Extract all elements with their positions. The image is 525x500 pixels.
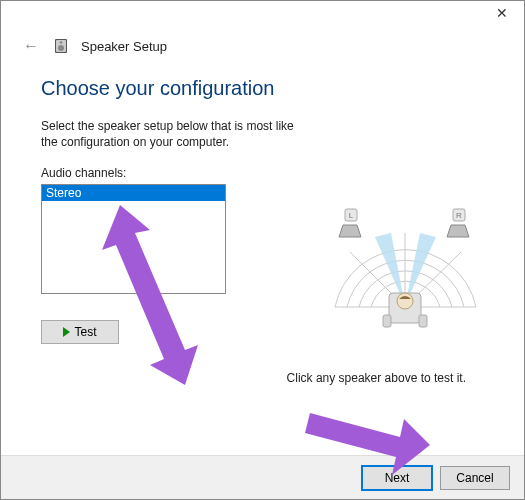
header-row: ← Speaker Setup [1, 29, 524, 67]
window-title: Speaker Setup [81, 39, 167, 54]
audio-channels-listbox[interactable]: Stereo [41, 184, 226, 294]
speaker-setup-window: ✕ ← Speaker Setup Choose your configurat… [0, 0, 525, 500]
speaker-icon [53, 37, 71, 55]
left-speaker-label: L [349, 211, 354, 220]
next-button[interactable]: Next [362, 466, 432, 490]
page-heading: Choose your configuration [41, 77, 484, 100]
right-speaker-label: R [456, 211, 462, 220]
audio-channels-label: Audio channels: [41, 166, 484, 180]
back-arrow-icon[interactable]: ← [19, 35, 43, 57]
svg-point-3 [60, 41, 63, 44]
svg-rect-18 [419, 315, 427, 327]
svg-point-2 [58, 45, 64, 51]
content-area: Choose your configuration Select the spe… [1, 67, 524, 455]
play-icon [63, 327, 70, 337]
cancel-button[interactable]: Cancel [440, 466, 510, 490]
footer-bar: Next Cancel [1, 455, 524, 499]
description-text: Select the speaker setup below that is m… [41, 118, 301, 150]
speaker-diagram: L R [323, 197, 488, 357]
test-button[interactable]: Test [41, 320, 119, 344]
test-button-label: Test [74, 325, 96, 339]
hint-text: Click any speaker above to test it. [287, 371, 466, 385]
svg-marker-11 [339, 225, 361, 237]
svg-rect-17 [383, 315, 391, 327]
list-item[interactable]: Stereo [42, 185, 225, 201]
svg-marker-13 [447, 225, 469, 237]
svg-point-16 [397, 293, 413, 309]
close-icon[interactable]: ✕ [488, 5, 516, 21]
titlebar: ✕ [1, 1, 524, 29]
